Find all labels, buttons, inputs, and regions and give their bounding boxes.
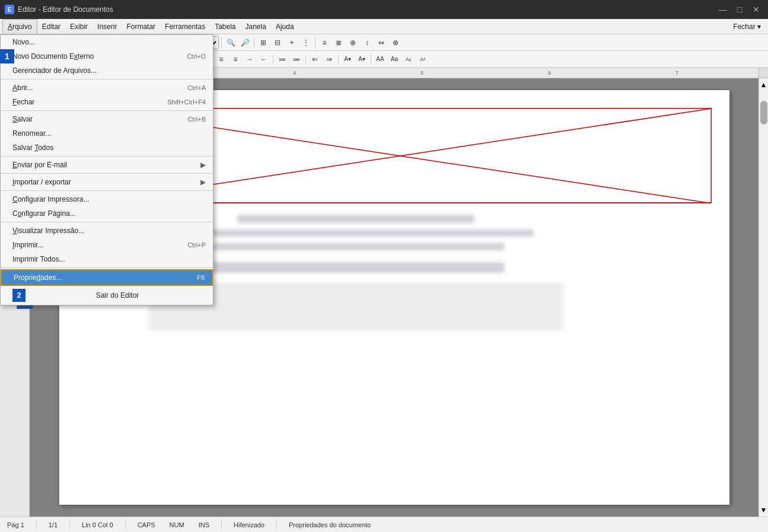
- menu-propriedades[interactable]: Propriedades... F8: [1, 269, 213, 286]
- app-icon: E: [5, 5, 14, 14]
- align-right-button[interactable]: ≡: [215, 53, 228, 66]
- indent-more-button[interactable]: →: [243, 53, 256, 66]
- content-blur-2: [178, 230, 534, 237]
- minimize-button[interactable]: —: [716, 2, 730, 17]
- insert-row-button[interactable]: +: [285, 36, 298, 49]
- font-color-button[interactable]: A▾: [355, 53, 368, 66]
- highlight-button[interactable]: A▾: [341, 53, 354, 66]
- menu-fechar-doc[interactable]: Fechar Shift+Ctrl+F4: [1, 95, 213, 109]
- zoom-out-button[interactable]: 🔎: [238, 36, 251, 49]
- sep-8: [315, 37, 316, 48]
- superscript-button[interactable]: A¹: [416, 53, 429, 66]
- more2-button[interactable]: ≡: [318, 36, 331, 49]
- menu-configurar-pagina-label: Configurar Página...: [12, 209, 76, 218]
- maximize-button[interactable]: □: [732, 2, 747, 17]
- menu-imprimir-label: Imprimir...: [12, 241, 44, 249]
- sep-f3: [273, 54, 273, 65]
- status-hyphenated: Hifenizado: [231, 521, 267, 528]
- menu-abrir[interactable]: Abrir... Ctrl+A: [1, 81, 213, 95]
- sep-f6: [371, 54, 371, 65]
- sep-6: [221, 37, 222, 48]
- menu-renomear-label: Renomear...: [12, 129, 51, 138]
- list-ul-button[interactable]: ≔: [276, 53, 289, 66]
- zoom-in-button[interactable]: 🔍: [224, 36, 237, 49]
- grid2-button[interactable]: ⊟: [271, 36, 284, 49]
- arquivo-dropdown-menu: Novo... Novo Documento Externo Ctrl+O Ge…: [0, 34, 213, 305]
- scroll-down-button[interactable]: ▼: [760, 506, 767, 514]
- menu-formatar[interactable]: Formatar: [122, 19, 160, 34]
- menu-configurar-pagina[interactable]: Configurar Página...: [1, 206, 213, 221]
- scroll-up-button[interactable]: ▲: [760, 81, 767, 89]
- menu-ajuda-label: Ajuda: [276, 23, 294, 31]
- menu-enviar-email-label: Enviar por E-mail: [12, 161, 67, 169]
- sep-dd-5: [1, 190, 213, 191]
- step-badge-2: 2: [12, 289, 26, 302]
- menu-tabela[interactable]: Tabela: [210, 19, 240, 34]
- status-sep-3: [125, 520, 126, 530]
- menu-novo-externo-shortcut: Ctrl+O: [187, 53, 206, 60]
- scroll-thumb[interactable]: [760, 101, 767, 125]
- vertical-scrollbar[interactable]: ▲ ▼: [759, 78, 768, 517]
- indent-button[interactable]: ⇒: [323, 53, 336, 66]
- menu-inserir[interactable]: Inserir: [93, 19, 122, 34]
- menu-sair[interactable]: 2 Sair do Editor: [1, 286, 213, 305]
- caps1-button[interactable]: AA: [374, 53, 387, 66]
- menu-importar-arrow: ▶: [200, 178, 206, 186]
- menu-renomear[interactable]: Renomear...: [1, 126, 213, 141]
- title-bar: E Editor - Editor de Documentos — □ ✕: [0, 0, 768, 19]
- menu-arquivo[interactable]: Arquivo: [2, 19, 37, 34]
- align-justify-button[interactable]: ≡: [229, 53, 242, 66]
- status-info: Propriedades do documento: [286, 521, 373, 528]
- sep-dd-1: [1, 79, 213, 79]
- menu-bar: Arquivo Editar Exibir Inserir Formatar F…: [0, 19, 768, 34]
- menu-imprimir-todos[interactable]: Imprimir Todos...: [1, 252, 213, 266]
- close-button[interactable]: ✕: [749, 2, 763, 17]
- menu-visualizar-label: Visualizar Impressão...: [12, 227, 84, 235]
- menu-imprimir[interactable]: Imprimir... Ctrl+P: [1, 238, 213, 252]
- menu-editar[interactable]: Editar: [37, 19, 65, 34]
- list-ol-button[interactable]: ≔: [290, 53, 303, 66]
- menu-janela-label: Janela: [246, 23, 266, 31]
- more4-button[interactable]: ⊕: [346, 36, 359, 49]
- more6-button[interactable]: ⇔: [375, 36, 388, 49]
- menu-importar[interactable]: Importar / exportar ▶: [1, 175, 213, 189]
- step-badge-1: 1: [0, 49, 14, 63]
- menu-propriedades-label: Propriedades...: [14, 273, 62, 282]
- status-ins: INS: [196, 521, 212, 528]
- menu-visualizar[interactable]: Visualizar Impressão...: [1, 224, 213, 238]
- menu-salvar-todos-label: Salvar Todos: [12, 144, 53, 152]
- menu-tabela-label: Tabela: [215, 23, 235, 31]
- menu-configurar-impressora[interactable]: Configurar Impressora...: [1, 192, 213, 206]
- menu-novo-externo[interactable]: Novo Documento Externo Ctrl+O: [1, 49, 213, 63]
- menu-novo[interactable]: Novo...: [1, 35, 213, 49]
- more3-button[interactable]: ≣: [332, 36, 345, 49]
- content-blur-3: [208, 243, 504, 250]
- menu-gerenciador[interactable]: Gerenciador de Arquivos...: [1, 63, 213, 78]
- menu-enviar-email[interactable]: Enviar por E-mail ▶: [1, 158, 213, 172]
- menu-ajuda[interactable]: Ajuda: [271, 19, 299, 34]
- grid-button[interactable]: ⊞: [257, 36, 270, 49]
- status-sep-1: [36, 520, 37, 530]
- menu-salvar[interactable]: Salvar Ctrl+B: [1, 112, 213, 126]
- status-page: Pág 1: [5, 521, 27, 528]
- subscript-button[interactable]: A₁: [402, 53, 415, 66]
- more1-button[interactable]: ⋮: [299, 36, 313, 49]
- menu-novo-label: Novo...: [12, 38, 35, 46]
- menu-editar-label: Editar: [42, 23, 60, 31]
- caps2-button[interactable]: Aa: [388, 53, 401, 66]
- menu-salvar-todos[interactable]: Salvar Todos: [1, 141, 213, 155]
- menu-ferramentas[interactable]: Ferramentas: [160, 19, 210, 34]
- menu-configurar-impressora-label: Configurar Impressora...: [12, 195, 89, 203]
- more7-button[interactable]: ⊗: [389, 36, 402, 49]
- menu-exibir-label: Exibir: [70, 23, 88, 31]
- menu-janela[interactable]: Janela: [241, 19, 271, 34]
- menu-fechar-doc-label: Fechar: [12, 98, 34, 106]
- menu-fechar[interactable]: Fechar ▾: [728, 19, 766, 34]
- outdent-button[interactable]: ⇐: [308, 53, 321, 66]
- more5-button[interactable]: ↕: [361, 36, 374, 49]
- menu-exibir[interactable]: Exibir: [65, 19, 93, 34]
- content-blur-1: [237, 215, 474, 223]
- menu-novo-externo-label: Novo Documento Externo: [12, 52, 94, 60]
- indent-less-button[interactable]: ←: [257, 53, 270, 66]
- menu-ferramentas-label: Ferramentas: [165, 23, 205, 31]
